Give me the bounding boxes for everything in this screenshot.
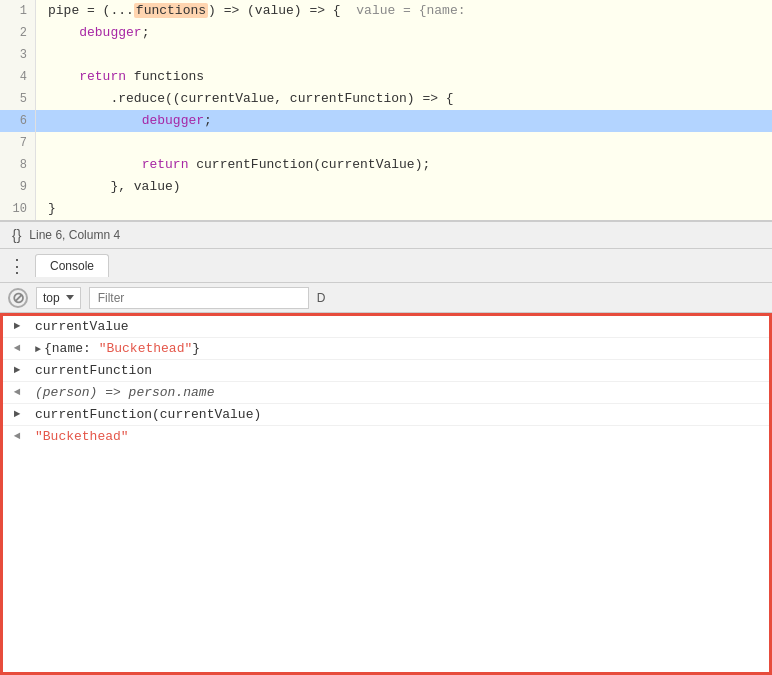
- code-line-1: 1 pipe = (...functions) => (value) => { …: [0, 0, 772, 22]
- console-text-4: (person) => person.name: [31, 384, 769, 401]
- line-number-7: 7: [0, 132, 36, 154]
- dropdown-arrow-icon: [66, 295, 74, 300]
- code-line-4: 4 return functions: [0, 66, 772, 88]
- code-content-9: }, value): [36, 176, 772, 198]
- console-text-2: ►{name: "Buckethead"}: [31, 340, 769, 357]
- line-number-9: 9: [0, 176, 36, 198]
- filter-input[interactable]: [89, 287, 309, 309]
- line-number-1: 1: [0, 0, 36, 22]
- more-options-icon[interactable]: ⋮: [8, 255, 27, 277]
- code-content-1: pipe = (...functions) => (value) => { va…: [36, 0, 772, 22]
- line-number-5: 5: [0, 88, 36, 110]
- context-selector[interactable]: top: [36, 287, 81, 309]
- code-content-6: debugger;: [36, 110, 772, 132]
- console-in-arrow-2[interactable]: ◄: [3, 340, 31, 354]
- console-toolbar: ⊘ top D: [0, 283, 772, 313]
- console-out-arrow-1[interactable]: ►: [3, 318, 31, 332]
- status-bar: {} Line 6, Column 4: [0, 221, 772, 249]
- line-number-2: 2: [0, 22, 36, 44]
- line-number-4: 4: [0, 66, 36, 88]
- code-content-3: [36, 44, 772, 66]
- clear-console-button[interactable]: ⊘: [8, 288, 28, 308]
- console-output: ► currentValue ◄ ►{name: "Buckethead"} ►…: [0, 313, 772, 675]
- code-line-10: 10 }: [0, 198, 772, 220]
- code-line-8: 8 return currentFunction(currentValue);: [0, 154, 772, 176]
- tabs-bar: ⋮ Console: [0, 249, 772, 283]
- console-text-1: currentValue: [31, 318, 769, 335]
- line-number-8: 8: [0, 154, 36, 176]
- tab-console[interactable]: Console: [35, 254, 109, 277]
- code-line-3: 3: [0, 44, 772, 66]
- console-row-4: ◄ (person) => person.name: [3, 382, 769, 404]
- console-row-2: ◄ ►{name: "Buckethead"}: [3, 338, 769, 360]
- code-content-2: debugger;: [36, 22, 772, 44]
- code-content-7: [36, 132, 772, 154]
- console-row-1: ► currentValue: [3, 316, 769, 338]
- curly-braces-icon: {}: [12, 227, 21, 243]
- console-row-3: ► currentFunction: [3, 360, 769, 382]
- code-line-6: 6 debugger;: [0, 110, 772, 132]
- code-content-5: .reduce((currentValue, currentFunction) …: [36, 88, 772, 110]
- code-line-7: 7: [0, 132, 772, 154]
- code-line-9: 9 }, value): [0, 176, 772, 198]
- line-number-6: 6: [0, 110, 36, 132]
- console-out-arrow-3[interactable]: ►: [3, 362, 31, 376]
- console-out-arrow-5[interactable]: ►: [3, 406, 31, 420]
- console-in-arrow-4[interactable]: ◄: [3, 384, 31, 398]
- console-text-6: "Buckethead": [31, 428, 769, 445]
- filter-d-label: D: [317, 291, 326, 305]
- code-content-8: return currentFunction(currentValue);: [36, 154, 772, 176]
- line-number-10: 10: [0, 198, 36, 220]
- code-editor: 1 pipe = (...functions) => (value) => { …: [0, 0, 772, 221]
- code-line-5: 5 .reduce((currentValue, currentFunction…: [0, 88, 772, 110]
- code-content-10: }: [36, 198, 772, 220]
- context-label: top: [43, 291, 60, 305]
- status-text: Line 6, Column 4: [29, 228, 120, 242]
- console-row-6: ◄ "Buckethead": [3, 426, 769, 448]
- line-number-3: 3: [0, 44, 36, 66]
- code-content-4: return functions: [36, 66, 772, 88]
- console-text-3: currentFunction: [31, 362, 769, 379]
- expand-icon-2[interactable]: ►: [35, 344, 41, 355]
- console-in-arrow-6[interactable]: ◄: [3, 428, 31, 442]
- console-text-5: currentFunction(currentValue): [31, 406, 769, 423]
- console-row-5: ► currentFunction(currentValue): [3, 404, 769, 426]
- code-line-2: 2 debugger;: [0, 22, 772, 44]
- main-container: 1 pipe = (...functions) => (value) => { …: [0, 0, 772, 675]
